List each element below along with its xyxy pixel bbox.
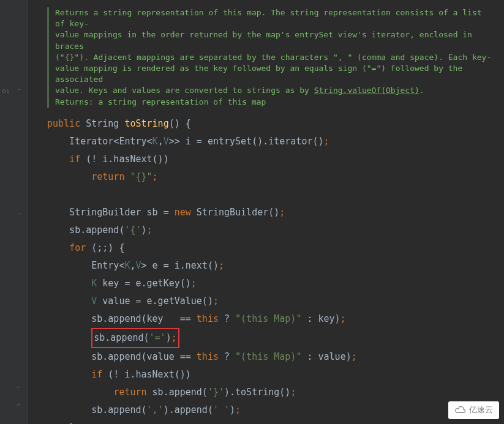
watermark-icon: [454, 406, 467, 415]
editor-gutter: o↓ − − ⌐ ⌐: [0, 0, 28, 424]
keyword-return: return: [91, 171, 124, 182]
javadoc-line: ("{}"). Adjacent mappings are separated …: [55, 52, 492, 63]
string-literal: "(this Map)": [235, 313, 301, 324]
keyword-new: new: [175, 207, 191, 218]
code-block[interactable]: public String toString() { Iterator<Entr…: [28, 115, 504, 424]
override-icon[interactable]: o↓: [2, 86, 10, 97]
keyword-for: for: [69, 242, 86, 253]
javadoc-line: value mappings in the order returned by …: [55, 29, 492, 51]
javadoc-reference-link[interactable]: String.valueOf(Object): [314, 86, 419, 95]
javadoc-line: Returns a string representation of this …: [55, 7, 492, 29]
highlighted-code-line: sb.append('=');: [91, 328, 179, 348]
keyword-this: this: [197, 313, 219, 324]
javadoc-line: value. Keys and values are converted to …: [55, 85, 492, 96]
method-name: toString: [124, 118, 168, 129]
javadoc-returns: Returns: a string representation of this…: [55, 97, 492, 108]
editor-content: Returns a string representation of this …: [28, 0, 504, 424]
watermark-text: 亿速云: [469, 404, 493, 417]
fold-marker-end2[interactable]: ⌐: [17, 400, 21, 410]
fold-marker-method[interactable]: −: [17, 85, 21, 95]
keyword-public: public: [47, 118, 80, 129]
char-literal: '{': [124, 225, 141, 236]
type-param-k: K: [152, 136, 158, 147]
javadoc-line: value mapping is rendered as the key fol…: [55, 63, 492, 85]
string-literal: "{}": [124, 171, 152, 182]
keyword-if: if: [69, 154, 80, 165]
fold-marker-for[interactable]: −: [17, 209, 21, 219]
javadoc-block: Returns a string representation of this …: [47, 7, 504, 108]
javadoc-inline-code: entrySet: [295, 30, 333, 39]
fold-marker-end1[interactable]: ⌐: [17, 382, 21, 392]
type-param-v: V: [164, 136, 169, 147]
watermark-badge: 亿速云: [448, 401, 499, 419]
